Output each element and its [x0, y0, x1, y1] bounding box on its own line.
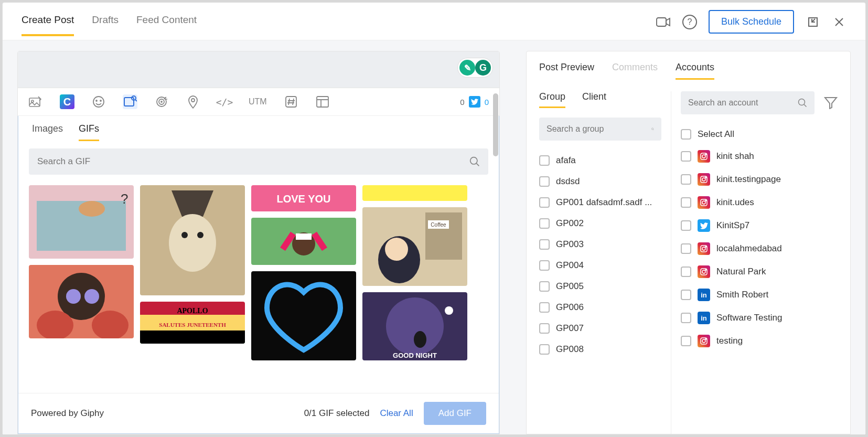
svg-point-59	[702, 178, 705, 181]
filter-icon[interactable]	[824, 97, 838, 109]
video-icon[interactable]	[656, 15, 671, 29]
svg-point-49	[386, 297, 444, 355]
template-icon[interactable]	[315, 94, 330, 109]
group-item[interactable]: GP003	[539, 234, 661, 255]
media-tab-gifs[interactable]: GIFs	[79, 123, 99, 141]
group-item[interactable]: GP006	[539, 297, 661, 318]
target-icon[interactable]	[154, 94, 169, 109]
account-item[interactable]: testing	[681, 329, 838, 353]
checkbox[interactable]	[539, 218, 550, 229]
checkbox[interactable]	[539, 197, 550, 208]
checkbox[interactable]	[539, 344, 550, 355]
gif-thumbnail[interactable]: Coffee	[362, 207, 467, 286]
checkbox[interactable]	[539, 260, 550, 271]
checkbox[interactable]	[681, 243, 691, 254]
tab-accounts[interactable]: Accounts	[676, 62, 714, 80]
emoji-icon[interactable]	[91, 94, 106, 109]
canva-icon[interactable]: C	[60, 94, 74, 109]
linkedin-icon: in	[698, 312, 710, 324]
checkbox[interactable]	[681, 129, 691, 140]
checkbox[interactable]	[681, 290, 691, 300]
group-item[interactable]: GP007	[539, 318, 661, 339]
account-item[interactable]: kinit.udes	[681, 191, 838, 214]
checkbox[interactable]	[681, 197, 691, 208]
gif-search-icon[interactable]	[123, 94, 137, 109]
gif-thumbnail[interactable]	[362, 185, 467, 201]
checkbox[interactable]	[539, 281, 550, 292]
group-label: afafa	[556, 155, 576, 166]
location-icon[interactable]	[186, 94, 200, 109]
checkbox[interactable]	[681, 267, 691, 277]
help-icon[interactable]: ?	[682, 15, 697, 29]
gif-thumbnail[interactable]	[29, 265, 134, 338]
gif-thumbnail[interactable]: APOLLOSALUTES JUNETEENTH	[140, 302, 245, 344]
group-item[interactable]: dsdsd	[539, 171, 661, 192]
group-item[interactable]: GP008	[539, 339, 661, 360]
add-gif-button[interactable]: Add GIF	[424, 402, 486, 425]
checkbox[interactable]	[539, 302, 550, 313]
account-item[interactable]: Natural Park	[681, 260, 838, 283]
checkbox[interactable]	[681, 220, 691, 231]
account-search-input[interactable]	[688, 98, 798, 108]
group-item[interactable]: GP005	[539, 276, 661, 297]
svg-rect-12	[286, 97, 296, 107]
clear-all-button[interactable]: Clear All	[380, 408, 413, 419]
checkbox[interactable]	[539, 239, 550, 250]
tab-feed-content[interactable]: Feed Content	[136, 14, 197, 36]
account-search-row	[681, 91, 838, 114]
media-upload-icon[interactable]	[28, 94, 43, 109]
tone-badge-icon[interactable]: ✎	[459, 60, 475, 76]
gif-thumbnail[interactable]	[251, 218, 356, 265]
group-item[interactable]: GP002	[539, 213, 661, 234]
utm-button[interactable]: UTM	[249, 94, 267, 109]
checkbox[interactable]	[681, 174, 691, 185]
checkbox[interactable]	[539, 155, 550, 166]
group-item[interactable]: GP001 dafsadmf.sadf ...	[539, 192, 661, 213]
gif-thumbnail[interactable]	[251, 271, 356, 360]
gif-search-input[interactable]	[37, 156, 469, 167]
checkbox[interactable]	[681, 151, 691, 162]
bulk-schedule-button[interactable]: Bulk Schedule	[709, 10, 794, 34]
account-item[interactable]: localahmedabad	[681, 237, 838, 260]
close-icon[interactable]	[832, 15, 846, 29]
gif-thumbnail[interactable]	[140, 185, 245, 295]
group-label: GP001 dafsadmf.sadf ...	[556, 197, 652, 208]
subtab-group[interactable]: Group	[539, 91, 565, 108]
account-item[interactable]: inSoftware Testing	[681, 306, 838, 329]
svg-point-28	[197, 232, 203, 238]
gif-thumbnail[interactable]: GOOD NIGHT	[362, 292, 467, 360]
svg-point-27	[181, 232, 188, 238]
subtab-client[interactable]: Client	[582, 91, 606, 108]
grammarly-icon[interactable]: G	[475, 60, 491, 76]
group-item[interactable]: afafa	[539, 150, 661, 171]
account-item[interactable]: inSmith Robert	[681, 283, 838, 306]
media-tab-images[interactable]: Images	[32, 123, 63, 141]
compose-textarea[interactable]: ✎ G	[18, 51, 499, 88]
tab-create-post[interactable]: Create Post	[22, 14, 74, 36]
gif-search-box	[29, 148, 488, 175]
tab-post-preview[interactable]: Post Preview	[539, 62, 594, 80]
svg-text:Coffee: Coffee	[431, 222, 446, 228]
checkbox[interactable]	[539, 176, 550, 187]
select-all-row[interactable]: Select All	[681, 124, 838, 145]
gif-selected-count: 0/1 GIF selected	[304, 408, 370, 419]
account-label: Natural Park	[716, 267, 766, 277]
scrollbar-thumb[interactable]	[493, 93, 498, 156]
gif-thumbnail[interactable]: ?	[29, 185, 134, 259]
group-item[interactable]: GP004	[539, 255, 661, 276]
hashtag-icon[interactable]	[284, 94, 298, 109]
checkbox[interactable]	[539, 323, 550, 334]
svg-point-62	[702, 201, 705, 204]
checkbox[interactable]	[681, 313, 691, 323]
checkbox[interactable]	[681, 336, 691, 346]
popout-icon[interactable]	[806, 15, 820, 29]
account-item[interactable]: kinit shah	[681, 145, 838, 168]
account-item[interactable]: kinit.testingpage	[681, 168, 838, 191]
account-item[interactable]: KinitSp7	[681, 214, 838, 237]
twitter-icon	[469, 96, 480, 108]
tab-drafts[interactable]: Drafts	[92, 14, 119, 36]
group-search-input[interactable]	[546, 124, 651, 134]
gif-thumbnail[interactable]: LOVE YOU	[251, 185, 356, 211]
code-icon[interactable]: </>	[217, 94, 232, 109]
scrollbar[interactable]	[493, 93, 498, 429]
